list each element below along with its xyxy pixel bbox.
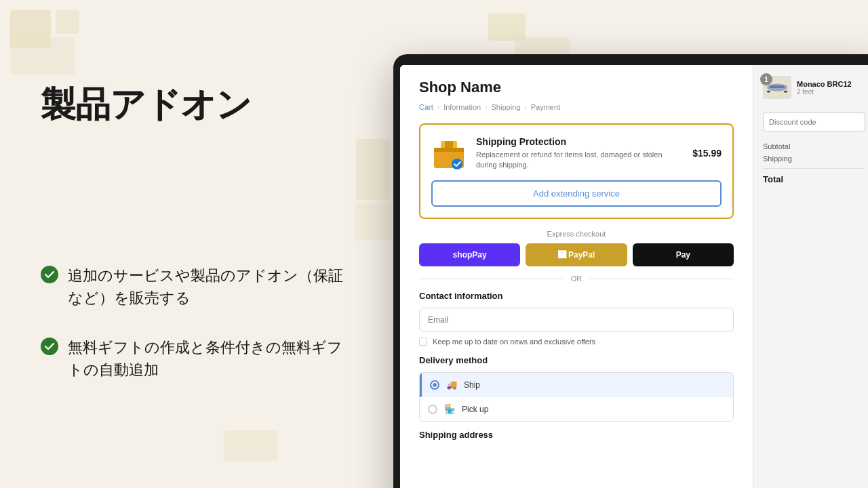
- contact-section: Contact information Keep me up to date o…: [419, 291, 734, 346]
- svg-rect-8: [770, 85, 785, 88]
- delivery-section: Delivery method 🚚 Ship 🏪 Pick up: [419, 355, 734, 422]
- breadcrumb: Cart › Information › Shipping › Payment: [419, 103, 734, 111]
- delivery-options: 🚚 Ship 🏪 Pick up: [419, 372, 734, 422]
- sidebar-product: 1 Monaco BRC12 2 feet: [763, 76, 865, 99]
- discount-input[interactable]: [763, 113, 865, 131]
- product-info: Monaco BRC12 2 feet: [797, 80, 852, 96]
- add-service-button[interactable]: Add extending service: [431, 180, 722, 207]
- check-icon-2: [41, 338, 58, 355]
- total-label: Total: [763, 174, 783, 184]
- shoppay-label: shopPay: [453, 250, 487, 260]
- svg-rect-9: [767, 91, 770, 93]
- checkout-main: Shop Name Cart › Information › Shipping …: [400, 65, 753, 488]
- express-checkout: Express checkout shopPay 🅿 PayPal Pay: [419, 230, 734, 266]
- shop-name: Shop Name: [419, 79, 734, 96]
- tablet-device: Shop Name Cart › Information › Shipping …: [393, 54, 868, 488]
- breadcrumb-cart[interactable]: Cart: [419, 103, 433, 111]
- sep-3: ›: [524, 104, 526, 111]
- main-title: 製品アドオン: [41, 81, 353, 129]
- shipping-label: Shipping: [763, 155, 792, 163]
- breadcrumb-information[interactable]: Information: [443, 103, 481, 111]
- newsletter-checkbox[interactable]: [419, 338, 427, 346]
- product-name: Monaco BRC12: [797, 80, 852, 88]
- shoppay-button[interactable]: shopPay: [419, 243, 520, 266]
- protection-content: Shipping Protection Replacement or refun…: [431, 136, 722, 171]
- shipping-row: Shipping: [763, 155, 865, 163]
- pickup-label: Pick up: [462, 405, 488, 414]
- feature-text-2: 無料ギフトの作成と条件付きの無料ギフトの自動追加: [68, 336, 353, 381]
- feature-item-2: 無料ギフトの作成と条件付きの無料ギフトの自動追加: [41, 336, 353, 381]
- feature-text-1: 追加のサービスや製品のアドオン（保証など）を販売する: [68, 264, 353, 309]
- left-panel: 製品アドオン 追加のサービスや製品のアドオン（保証など）を販売する 無料ギフトの…: [0, 0, 393, 488]
- product-badge: 1: [760, 73, 772, 85]
- applepay-label: Pay: [676, 250, 690, 260]
- breadcrumb-shipping[interactable]: Shipping: [492, 103, 521, 111]
- protection-title: Shipping Protection: [476, 136, 683, 147]
- sep-1: ›: [437, 104, 439, 111]
- features-list: 追加のサービスや製品のアドオン（保証など）を販売する 無料ギフトの作成と条件付き…: [41, 264, 353, 381]
- or-text: OR: [571, 274, 583, 283]
- checkout-sidebar: 1 Monaco BRC12 2 feet Subtotal: [753, 65, 868, 488]
- breadcrumb-payment[interactable]: Payment: [531, 103, 560, 111]
- newsletter-row: Keep me up to date on news and exclusive…: [419, 338, 734, 346]
- product-size: 2 feet: [797, 88, 852, 96]
- svg-point-1: [41, 338, 58, 355]
- svg-rect-10: [784, 91, 787, 93]
- pickup-icon: 🏪: [444, 404, 455, 414]
- or-line-left: [419, 279, 564, 279]
- applepay-button[interactable]: Pay: [633, 243, 734, 266]
- svg-point-0: [41, 266, 58, 283]
- feature-item-1: 追加のサービスや製品のアドオン（保証など）を販売する: [41, 264, 353, 309]
- total-row: Total: [763, 168, 865, 184]
- paypal-label: 🅿 PayPal: [558, 250, 595, 260]
- check-icon-1: [41, 266, 58, 283]
- sep-2: ›: [485, 104, 487, 111]
- express-buttons: shopPay 🅿 PayPal Pay: [419, 243, 734, 266]
- delivery-pickup[interactable]: 🏪 Pick up: [420, 397, 733, 421]
- delivery-title: Delivery method: [419, 355, 734, 365]
- ship-label: Ship: [464, 380, 480, 390]
- express-label: Express checkout: [419, 230, 734, 238]
- ship-icon: 🚚: [446, 380, 457, 390]
- protection-price: $15.99: [692, 148, 722, 159]
- contact-title: Contact information: [419, 291, 734, 301]
- tablet-screen: Shop Name Cart › Information › Shipping …: [400, 65, 868, 488]
- protection-info: Shipping Protection Replacement or refun…: [476, 136, 683, 171]
- subtotal-label: Subtotal: [763, 142, 790, 150]
- svg-rect-5: [434, 148, 464, 152]
- shipping-address-title: Shipping address: [419, 430, 734, 440]
- delivery-ship[interactable]: 🚚 Ship: [420, 373, 733, 397]
- deco-square-top-mid: [488, 14, 526, 41]
- svg-point-6: [452, 159, 462, 169]
- protection-desc: Replacement or refund for items lost, da…: [476, 150, 683, 171]
- email-input[interactable]: [419, 308, 734, 332]
- protection-icon: [431, 136, 467, 171]
- paypal-button[interactable]: 🅿 PayPal: [526, 243, 627, 266]
- ship-radio[interactable]: [430, 380, 439, 390]
- protection-card: Shipping Protection Replacement or refun…: [419, 123, 734, 219]
- or-divider: OR: [419, 274, 734, 283]
- subtotal-row: Subtotal: [763, 142, 865, 150]
- or-line-right: [589, 279, 734, 279]
- pickup-radio[interactable]: [428, 405, 437, 414]
- newsletter-label: Keep me up to date on news and exclusive…: [433, 338, 595, 346]
